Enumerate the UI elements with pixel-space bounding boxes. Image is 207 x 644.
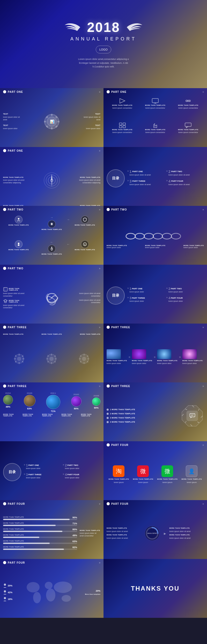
prog-pct-3: 80% <box>72 528 77 531</box>
slide-part-one-arrows: PART ONE » MORE THAN TEMPLATE lorem ipsu… <box>103 88 207 147</box>
slide-content: MORE THAN TEMPLATE lorem ipsum dolor » M… <box>103 331 207 382</box>
arrow-next-1: » <box>129 355 130 359</box>
progress-5: MORE THAN TEMPLATE 63% <box>3 540 77 544</box>
more-tpl-3: MORE THAN TEMPLATE <box>75 224 95 226</box>
person-icon-2 <box>3 590 7 595</box>
planet-year-5: 2016/8 <box>93 395 99 397</box>
settings-icon <box>48 220 56 228</box>
photo-label-4: MORE THAN TEMPLATE <box>182 360 203 361</box>
prog-label-3: MORE THAN TEMPLATE <box>3 528 24 530</box>
stat-pct-1: 20% <box>8 584 12 587</box>
chain-svg <box>124 230 186 243</box>
slide-section-label: PART FOUR <box>111 502 202 505</box>
list-item-2: 2 MORE THAN TEMPLATE <box>107 413 178 415</box>
arrow-icon-4: ← <box>67 242 70 246</box>
chevron-icon: » <box>202 326 204 329</box>
toc3-item-2: » 2PART TWOlorem ipsum dolor <box>63 463 101 470</box>
svg-point-35 <box>135 233 144 239</box>
annual-arrow: ► <box>163 531 167 536</box>
planet-footer-3: MORE THAN TEMPLATE <box>42 414 61 417</box>
chat-octagon <box>181 404 204 428</box>
prog-pct-1: 90% <box>72 516 77 519</box>
svg-rect-20 <box>123 126 125 128</box>
svg-point-37 <box>153 233 162 239</box>
planet-5 <box>92 397 100 406</box>
prog-pct-6: 82% <box>72 546 77 549</box>
chevron-icon: » <box>99 90 100 93</box>
toc2-item-3: » 3PART THREElorem ipsum dolor <box>127 296 165 303</box>
prog-label-5: MORE THAN TEMPLATE <box>3 540 24 542</box>
svg-point-83 <box>45 582 53 589</box>
template-label3: MORE THAN TEMPLATE <box>178 104 198 106</box>
svg-rect-21 <box>185 123 191 127</box>
slide-section-label: PART ONE <box>8 149 99 152</box>
slide-content: 1 MORE THAN TEMPLATE 2 MORE THAN TEMPLAT… <box>103 390 207 441</box>
planet-3 <box>46 395 60 409</box>
slide-header: PART THREE » <box>0 324 103 331</box>
bullet-1 <box>107 409 109 411</box>
more-tpl-5: MORE THAN TEMPLATE <box>42 253 62 255</box>
slide-section-label: PART FOUR <box>8 502 99 505</box>
planet-year-3: 2016.1 <box>50 392 56 394</box>
slide-content: 目录 » 1PART ONElorem ipsum dolor » 2PART … <box>103 267 207 324</box>
chevron-icon: » <box>202 90 204 93</box>
svg-point-43 <box>17 357 21 361</box>
toc2-item-2: » 2PART TWOlorem ipsum dolor <box>166 287 204 293</box>
slide-section-label: PART FOUR <box>111 444 202 446</box>
svg-point-78 <box>4 584 6 586</box>
chevron-icon: » <box>202 208 204 211</box>
planet-year-2: 2016/6 <box>27 392 32 394</box>
stat-pct-2: 42% <box>8 591 12 594</box>
taobao-icon: 淘 <box>113 465 124 477</box>
stat-pct-4: 20% <box>96 590 100 592</box>
planet-2 <box>24 395 35 407</box>
svg-text:$: $ <box>84 243 86 246</box>
dot-icon <box>3 149 6 152</box>
chevron-icon: » <box>99 326 100 329</box>
more-tpl-2: MORE THAN TEMPLATE <box>42 229 62 230</box>
money-icon: $ <box>81 240 89 248</box>
slide-header: PART ONE » <box>103 88 207 95</box>
world-map-visual <box>14 578 83 607</box>
slide-part-four-progress: PART FOUR » MORE THAN TEMPLATE 90% MORE … <box>0 500 103 559</box>
progress-2: MORE THAN TEMPLATE 71% <box>3 522 77 526</box>
toc-item-2: » 2 PART TWO lorem ipsum dolor sit amet <box>166 170 204 176</box>
toc3-item-1: » 1PART ONElorem ipsum dolor <box>24 463 62 470</box>
slide-content: 淘 MORE THAN TEMPLATE lorem ipsum 微 MORE … <box>103 449 207 500</box>
chevron-icon: » <box>202 385 204 388</box>
slide-content: MORE THAN TEMPLATE lorem ipsum dolor sit… <box>103 508 207 559</box>
app-desc-3: lorem ipsum <box>162 481 172 484</box>
list-label-4: 4 MORE THAN TEMPLATE <box>110 421 135 423</box>
spiral-visual <box>42 288 62 308</box>
photo-desc-4: lorem ipsum dolor <box>182 362 203 365</box>
desc3: lorem ipsum consectetur <box>178 107 198 109</box>
progress-list: MORE THAN TEMPLATE 90% MORE THAN TEMPLAT… <box>3 510 77 557</box>
app-desc-2: lorem ipsum <box>138 481 148 484</box>
body-text3: lorem ipsum dolor sit amet <box>82 116 100 121</box>
body-text2: lorem ipsum dolor <box>3 127 21 130</box>
slide-thanks: THANKS YOU <box>103 559 207 618</box>
photo-2 <box>132 349 146 359</box>
slide-header: PART ONE » <box>0 147 103 154</box>
photo-label-2: MORE THAN TEMPLATE <box>132 360 152 361</box>
body-text: lorem ipsum dolor sit amet <box>3 116 21 121</box>
dot-icon <box>3 384 6 388</box>
slide-section-label: PART ONE <box>8 90 99 93</box>
saw-blade-1 <box>12 352 26 366</box>
bullet-2 <box>107 413 109 415</box>
toc-desc-3: lorem ipsum dolor sit amet <box>130 183 151 186</box>
saw-label-2: MORE THAN TEMPLATE <box>42 333 62 335</box>
person-small-icon <box>3 583 7 588</box>
slide-content: 20% 42% 18% <box>0 567 103 618</box>
thanks-heading: THANKS YOU <box>131 585 180 592</box>
slide-part-three-saw: PART THREE » MORE THAN TEMPLATE MORE THA… <box>0 324 103 382</box>
slide-section-label: PART THREE <box>111 385 202 388</box>
body-text4: lorem ipsum dolor <box>82 127 100 130</box>
more-template-2: MORE THAN TEMPLATE <box>77 177 100 178</box>
progress-4: MORE THAN TEMPLATE 49% <box>3 534 77 538</box>
svg-point-79 <box>4 590 6 592</box>
slide-content: MORE THAN TEMPLATE → MORE THAN TEMPLATE … <box>0 214 103 265</box>
label-text4: TEXT <box>82 124 100 126</box>
slide-section-label: PART THREE <box>111 326 202 329</box>
wechat-icon: 微 <box>161 465 173 477</box>
